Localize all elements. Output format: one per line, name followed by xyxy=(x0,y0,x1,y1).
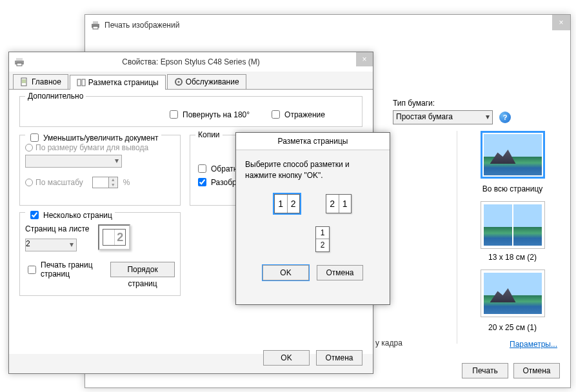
popup-message: Выберите способ разметки и нажмите кнопк… xyxy=(245,159,381,181)
resize-checkbox[interactable]: Уменьшить/увеличить документ xyxy=(25,132,161,144)
page-layout-popup: Разметка страницы Выберите способ размет… xyxy=(235,132,390,305)
scale-radio: По масштабу ▲▼ % xyxy=(25,177,175,188)
thumb-label: 13 x 18 см (2) xyxy=(465,253,560,262)
svg-point-10 xyxy=(177,81,179,83)
resize-group: Уменьшить/увеличить документ По размеру … xyxy=(19,135,181,206)
main-buttons: Печать Отмена xyxy=(462,363,560,378)
pages-per-sheet-label: Страниц на листе xyxy=(25,224,89,233)
props-title: Свойства: Epson Stylus C48 Series (M) xyxy=(122,57,259,66)
page-order-button[interactable]: Порядок страниц xyxy=(110,262,175,277)
props-buttons: OK Отмена xyxy=(263,350,362,366)
svg-rect-6 xyxy=(21,78,26,86)
extra-group: Дополнительно Повернуть на 180° Отражени… xyxy=(19,96,362,127)
props-titlebar: Свойства: Epson Stylus C48 Series (M) × xyxy=(9,52,373,72)
popup-cancel-button[interactable]: Отмена xyxy=(317,265,363,280)
svg-rect-7 xyxy=(77,79,81,86)
help-icon[interactable]: ? xyxy=(499,112,511,123)
svg-rect-1 xyxy=(93,21,98,24)
layout-option-21[interactable]: 21 xyxy=(326,194,352,213)
multi-page-checkbox[interactable]: Несколько страниц xyxy=(25,209,115,221)
layout-preview-icon: 2 xyxy=(98,224,130,250)
props-cancel-button[interactable]: Отмена xyxy=(316,350,362,366)
tab-maintenance[interactable]: Обслуживание xyxy=(167,74,246,89)
extra-group-title: Дополнительно xyxy=(25,92,86,101)
main-titlebar: Печать изображений × xyxy=(85,15,570,35)
copies-group-title: Копии xyxy=(195,130,223,139)
printer-icon xyxy=(90,20,101,30)
props-close-button[interactable]: × xyxy=(356,52,373,66)
tab-general[interactable]: Главное xyxy=(13,74,68,89)
gear-icon xyxy=(174,77,183,86)
props-ok-button[interactable]: OK xyxy=(263,350,310,366)
layout-icon xyxy=(77,78,86,87)
main-title: Печать изображений xyxy=(104,21,179,30)
svg-rect-5 xyxy=(17,63,22,66)
fit-select xyxy=(25,155,122,168)
fit-radio: По размеру бумаги для вывода xyxy=(25,143,175,152)
tabs: Главное Разметка страницы Обслуживание xyxy=(9,72,373,90)
pages-per-sheet-select[interactable]: 2 xyxy=(25,239,77,251)
crop-label: у кадра xyxy=(375,338,402,348)
close-button[interactable]: × xyxy=(552,15,570,30)
svg-rect-4 xyxy=(16,58,23,61)
thumb-20x25[interactable]: 20 x 25 см (1) xyxy=(465,270,560,332)
parameters-link[interactable]: Параметры... xyxy=(510,340,557,349)
popup-ok-button[interactable]: OK xyxy=(263,265,309,280)
mirror-checkbox[interactable]: Отражение xyxy=(269,108,325,121)
layout-option-12[interactable]: 12 xyxy=(274,194,300,213)
svg-rect-2 xyxy=(93,26,98,29)
thumb-label: Во всю страницу xyxy=(465,184,560,193)
multi-page-group: Несколько страниц Страниц на листе 2 2 П… xyxy=(19,212,181,296)
print-button[interactable]: Печать xyxy=(462,363,508,378)
thumb-full-page[interactable]: Во всю страницу xyxy=(465,131,560,193)
scale-spinner: ▲▼ xyxy=(92,177,118,188)
cancel-button[interactable]: Отмена xyxy=(513,363,560,378)
print-borders-checkbox[interactable]: Печать границ страниц xyxy=(25,260,101,279)
svg-rect-8 xyxy=(82,79,85,86)
layout-thumbnails: Во всю страницу 13 x 18 см (2) 20 x 25 с… xyxy=(457,131,560,344)
thumb-label: 20 x 25 см (1) xyxy=(465,323,560,332)
layout-option-vertical-12[interactable]: 12 xyxy=(315,226,330,252)
printer-icon xyxy=(14,57,25,66)
paper-type-label: Тип бумаги: xyxy=(393,99,564,108)
document-icon xyxy=(20,77,29,86)
paper-type-panel: Тип бумаги: Простая бумага ? xyxy=(393,99,564,124)
paper-type-select[interactable]: Простая бумага xyxy=(393,110,493,124)
rotate-180-checkbox[interactable]: Повернуть на 180° xyxy=(167,108,250,121)
tab-page-layout[interactable]: Разметка страницы xyxy=(70,75,166,90)
popup-title: Разметка страницы xyxy=(236,133,390,150)
thumb-13x18[interactable]: 13 x 18 см (2) xyxy=(465,201,560,262)
